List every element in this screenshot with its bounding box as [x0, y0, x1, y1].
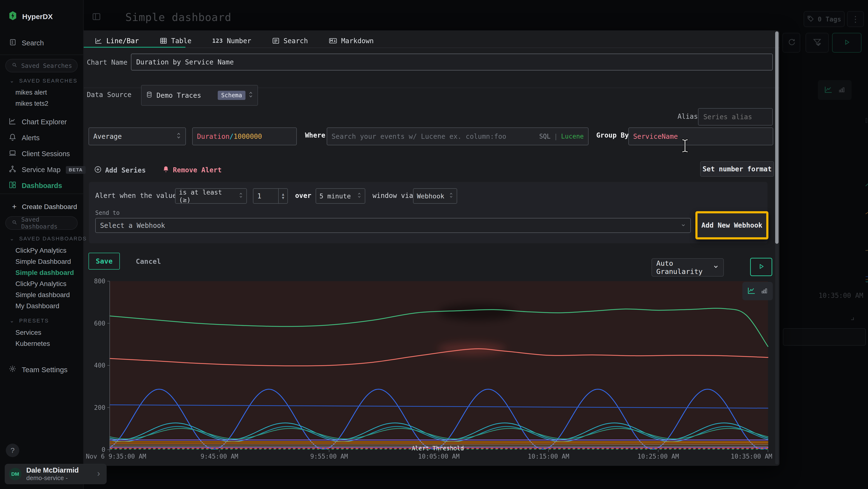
sidebar-item-chart-explorer[interactable]: Chart Explorer [9, 117, 67, 127]
saved-searches-header[interactable]: ⌄ SAVED SEARCHES [10, 78, 78, 84]
dashboard-item[interactable]: My Dashboard [16, 302, 59, 310]
scrollbar-thumb[interactable] [775, 31, 779, 244]
svg-text:9:45:00 AM: 9:45:00 AM [200, 453, 239, 460]
kebab-menu-button[interactable]: ⋮ [847, 11, 864, 27]
add-series-button[interactable]: Add Series [94, 166, 146, 175]
aggregation-select[interactable]: Average [89, 127, 186, 145]
cancel-button[interactable]: Cancel [136, 257, 161, 265]
expression-field[interactable]: Duration/1000000 [192, 127, 297, 145]
chevron-down-icon [681, 222, 686, 230]
line-chart-icon [95, 37, 102, 45]
data-source-select[interactable]: Demo Traces Schema [141, 85, 258, 106]
expression-column: Duration [197, 133, 229, 141]
svg-text:Nov 6 9:35:00 AM: Nov 6 9:35:00 AM [86, 453, 146, 460]
channel-select[interactable]: Webhook [413, 188, 457, 204]
bell-icon [9, 133, 17, 143]
number-stepper[interactable]: ▲▼ [278, 189, 287, 203]
tutorial-highlight-box: Add New Webhook [695, 211, 768, 239]
chevron-down-icon: ⌄ [10, 78, 15, 84]
chart-type-toggle[interactable] [742, 282, 773, 300]
saved-search-item[interactable]: mikes alert [16, 89, 47, 96]
where-input[interactable]: Search your events w/ Lucene ex. column:… [327, 127, 589, 145]
chart-name-input[interactable] [131, 54, 773, 70]
kebab-icon: ⋮ [851, 14, 860, 24]
user-name: Dale McDiarmid [26, 466, 79, 474]
svg-text:Alert Threshold: Alert Threshold [411, 445, 464, 452]
brand[interactable]: HyperDX [9, 11, 53, 22]
set-number-format-button[interactable]: Set number format [700, 161, 774, 177]
presets-header[interactable]: ⌄ PRESETS [10, 318, 49, 324]
sidebar-item-service-map[interactable]: Service Map BETA [9, 165, 86, 174]
saved-dashboards-input[interactable]: Saved Dashboards [5, 216, 78, 230]
sidebar-item-alerts[interactable]: Alerts [9, 133, 39, 143]
sql-mode-toggle[interactable]: SQL [539, 133, 551, 140]
refresh-button[interactable] [782, 33, 800, 53]
bar-chart-icon [761, 287, 768, 295]
sidebar-item-client-sessions[interactable]: Client Sessions [9, 149, 70, 159]
modal-scrollbar[interactable] [775, 31, 779, 464]
dashboard-item[interactable]: ClickPy Analytics [16, 280, 66, 288]
updown-chevron-icon [239, 192, 243, 200]
alert-threshold-input[interactable]: 1 ▲▼ [253, 188, 288, 204]
webhook-select[interactable]: Select a Webhook [95, 218, 691, 233]
sidebar-item-team-settings[interactable]: Team Settings [9, 365, 67, 374]
dashboard-item[interactable]: Simple Dashboard [16, 258, 71, 265]
alert-preview-chart: 0200400600800Nov 6 9:35:00 AM9:45:00 AM9… [83, 275, 779, 466]
granularity-select[interactable]: Auto Granularity [651, 258, 724, 277]
dashboard-item-active[interactable]: Simple dashboard [16, 269, 74, 277]
schema-badge: Schema [218, 91, 245, 100]
user-card[interactable]: DM Dale McDiarmid demo-service - › [5, 464, 106, 484]
tab-markdown[interactable]: Markdown [329, 37, 374, 45]
expression-number: 1000000 [234, 133, 262, 141]
saved-search-item[interactable]: mikes tets2 [16, 100, 49, 107]
mouse-cursor-ibeam [681, 139, 689, 154]
tab-line-bar[interactable]: Line/Bar [95, 37, 139, 45]
svg-text:10:05:00 AM: 10:05:00 AM [418, 453, 460, 460]
alias-input[interactable] [698, 108, 773, 125]
lucene-mode-toggle[interactable]: Lucene [561, 133, 584, 140]
filter-button[interactable] [806, 33, 829, 53]
dashboard-item[interactable]: ClickPy Analytics [16, 247, 66, 254]
svg-text:10:15:00 AM: 10:15:00 AM [528, 453, 569, 460]
sidebar-item-search[interactable]: Search [9, 39, 44, 48]
svg-text:600: 600 [94, 320, 105, 327]
svg-text:9:55:00 AM: 9:55:00 AM [310, 453, 348, 460]
screen: Simple dashboard 0 Tags ⋮ 10:35:00 AM [0, 0, 868, 489]
comparator-select[interactable]: is at least (≥) [175, 188, 247, 204]
svg-text:10:25:00 AM: 10:25:00 AM [638, 453, 679, 460]
tab-number[interactable]: 123 Number [212, 37, 251, 45]
help-button[interactable]: ? [6, 443, 19, 457]
updown-chevron-icon [449, 192, 453, 200]
chevron-down-icon: ⌄ [10, 236, 15, 242]
remove-alert-button[interactable]: Remove Alert [162, 166, 222, 174]
avatar: DM [9, 468, 22, 480]
tags-button[interactable]: 0 Tags [804, 11, 845, 27]
divider [0, 55, 83, 55]
group-by-value: ServiceName [633, 133, 678, 141]
window-select[interactable]: 5 minute [316, 188, 365, 204]
sidebar-item-dashboards[interactable]: Dashboards [9, 181, 62, 191]
refresh-icon [787, 38, 795, 47]
laptop-icon [9, 149, 17, 159]
preset-item[interactable]: Kubernetes [16, 340, 50, 348]
divider [0, 194, 83, 194]
add-new-webhook-button[interactable]: Add New Webhook [698, 213, 766, 237]
collapse-panel-icon[interactable] [92, 12, 101, 22]
run-chart-button[interactable] [750, 258, 772, 276]
list-icon [272, 37, 280, 45]
saved-dashboards-header[interactable]: ⌄ SAVED DASHBOARDS [10, 236, 87, 242]
saved-searches-input[interactable]: Saved Searches [5, 59, 78, 73]
preset-item[interactable]: Services [16, 329, 41, 337]
run-query-button[interactable] [832, 33, 862, 53]
resize-handle-icon[interactable] [848, 314, 854, 321]
updown-chevron-icon [248, 91, 253, 100]
save-button[interactable]: Save [89, 253, 120, 269]
dashboard-item[interactable]: Simple dashboard [16, 291, 70, 299]
background-chart [781, 80, 868, 304]
over-label: over [295, 192, 311, 200]
tab-search[interactable]: Search [272, 37, 308, 45]
alert-intro-label: Alert when the value [95, 192, 177, 200]
tab-table[interactable]: Table [160, 37, 191, 45]
create-dashboard-button[interactable]: + Create Dashboard [12, 202, 77, 211]
group-by-input[interactable]: ServiceName [628, 127, 773, 145]
